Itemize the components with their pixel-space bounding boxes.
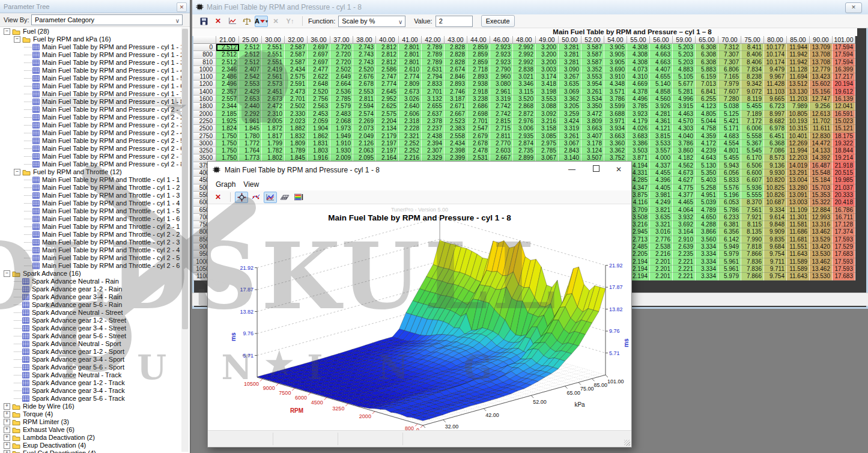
table-cell[interactable]: 5.455 — [718, 154, 741, 162]
tree-item[interactable]: Spark Advance gear 1-2 - Track — [0, 379, 183, 387]
column-header[interactable]: 38.00 — [353, 36, 376, 44]
tree-item[interactable]: Main Fuel Table by RPM and Pressure - cy… — [0, 51, 183, 59]
table-cell[interactable]: 1.949 — [330, 133, 353, 140]
execute-button[interactable]: Execute — [481, 15, 515, 27]
row-header[interactable]: 800 — [193, 51, 216, 58]
table-cell[interactable]: 2.496 — [216, 81, 239, 88]
table-cell[interactable]: 8.238 — [741, 73, 764, 81]
table-cell[interactable]: 3.815 — [650, 133, 673, 140]
function-select[interactable]: Scale by % ∨ — [338, 16, 405, 27]
table-cell[interactable]: 11.128 — [787, 66, 810, 73]
column-header[interactable]: 80.00 — [764, 36, 787, 44]
table-cell[interactable]: 2.536 — [330, 88, 353, 96]
table-cell[interactable]: 2.674 — [445, 66, 467, 73]
table-cell[interactable]: 2.221 — [673, 273, 696, 280]
table-cell[interactable]: 4.669 — [627, 81, 650, 88]
table-cell[interactable]: 2.952 — [376, 96, 399, 103]
table-cell[interactable]: 21.918 — [833, 162, 855, 169]
table-cell[interactable]: 16.139 — [833, 96, 855, 103]
table-cell[interactable]: 4.663 — [650, 59, 673, 66]
collapse-icon[interactable]: − — [14, 169, 20, 175]
table-cell[interactable]: 12.203 — [787, 154, 810, 162]
table-cell[interactable]: 1.764 — [239, 147, 262, 154]
table-cell[interactable]: 2.774 — [376, 81, 399, 88]
table-cell[interactable]: 2.049 — [353, 133, 376, 140]
table-cell[interactable]: 2.743 — [353, 59, 376, 66]
table-cell[interactable]: 9.072 — [741, 88, 764, 96]
table-cell[interactable]: 2.553 — [353, 88, 376, 96]
tree-item[interactable]: Main Fuel Table by RPM and Pressure - cy… — [0, 153, 183, 160]
table-cell[interactable]: 3.334 — [696, 251, 718, 258]
table-cell[interactable]: 2.228 — [399, 125, 422, 132]
expand-icon[interactable]: + — [4, 427, 10, 433]
table-cell[interactable]: 9.967 — [764, 73, 787, 81]
table-cell[interactable]: 9.684 — [764, 243, 787, 251]
table-cell[interactable]: 3.334 — [696, 258, 718, 266]
table-cell[interactable]: 11.103 — [764, 88, 787, 96]
column-header[interactable]: 85.00 — [787, 36, 810, 44]
table-cell[interactable]: 3.503 — [627, 147, 650, 154]
table-cell[interactable]: 2.664 — [330, 81, 353, 88]
table-cell[interactable]: 11.942 — [787, 51, 810, 58]
table-cell[interactable]: 17.374 — [833, 228, 855, 236]
table-cell[interactable]: 4.377 — [673, 192, 696, 199]
table-cell[interactable]: 5.979 — [718, 251, 741, 258]
table-cell[interactable]: 18.175 — [833, 133, 855, 140]
table-cell[interactable]: 3.635 — [559, 81, 581, 88]
table-cell[interactable]: 2.197 — [376, 147, 399, 154]
table-cell[interactable]: 2.742 — [490, 103, 513, 110]
table-cell[interactable]: 2.923 — [490, 44, 513, 51]
table-cell[interactable]: 2.344 — [216, 103, 239, 110]
tree-item[interactable]: Main Fuel Table by RPM and Pressure - cy… — [0, 121, 183, 129]
table-cell[interactable]: 3.915 — [673, 103, 696, 110]
table-cell[interactable]: 2.960 — [490, 73, 513, 81]
table-cell[interactable]: 4.359 — [696, 133, 718, 140]
table-cell[interactable]: 1.845 — [239, 125, 262, 132]
table-cell[interactable]: 10.315 — [787, 125, 810, 132]
table-cell[interactable]: 3.362 — [559, 96, 581, 103]
table-cell[interactable]: 20.333 — [833, 192, 855, 199]
table-cell[interactable]: 4.663 — [650, 51, 673, 58]
table-cell[interactable]: 5.558 — [741, 133, 764, 140]
table-cell[interactable]: 2.478 — [467, 147, 490, 154]
table-cell[interactable]: 3.553 — [581, 73, 604, 81]
table-cell[interactable]: 2.625 — [376, 103, 399, 110]
table-cell[interactable]: 9.342 — [741, 81, 764, 88]
table-cell[interactable]: 1.910 — [330, 140, 353, 147]
table-cell[interactable]: 3.281 — [559, 44, 581, 51]
table-cell[interactable]: 2.201 — [650, 266, 673, 273]
table-cell[interactable]: 6.607 — [741, 177, 764, 184]
table-cell[interactable]: 7.836 — [741, 266, 764, 273]
table-cell[interactable]: 7.979 — [718, 81, 741, 88]
table-cell[interactable]: 3.174 — [536, 73, 559, 81]
tree-item[interactable]: Main Fuel Table by RPM and Pressure - cy… — [0, 59, 183, 67]
table-cell[interactable]: 4.378 — [627, 88, 650, 96]
table-cell[interactable]: 4.883 — [673, 66, 696, 73]
tree-item[interactable]: +Ride by Wire (16) — [0, 403, 183, 410]
table-cell[interactable]: 7.990 — [741, 236, 764, 243]
table-cell[interactable]: 5.833 — [718, 177, 741, 184]
table-cell[interactable]: 2.976 — [513, 118, 536, 125]
table-cell[interactable]: 2.512 — [239, 59, 262, 66]
table-cell[interactable]: 2.557 — [216, 96, 239, 103]
table-cell[interactable]: 2.575 — [376, 111, 399, 118]
table-cell[interactable]: 1.872 — [262, 125, 285, 132]
table-cell[interactable]: 15.703 — [810, 184, 833, 192]
table-cell[interactable]: 2.697 — [308, 51, 330, 58]
table-cell[interactable]: 1.803 — [308, 147, 330, 154]
table-cell[interactable]: 2.197 — [376, 140, 399, 147]
table-cell[interactable]: 8.135 — [741, 228, 764, 236]
table-cell[interactable]: 7.921 — [741, 214, 764, 221]
table-cell[interactable]: 7.818 — [741, 243, 764, 251]
table-cell[interactable]: 13.512 — [787, 81, 810, 88]
table-cell[interactable]: 2.790 — [490, 66, 513, 73]
table-cell[interactable]: 6.308 — [696, 51, 718, 58]
table-cell[interactable]: 3.587 — [581, 51, 604, 58]
table-cell[interactable]: 3.560 — [696, 236, 718, 243]
table-cell[interactable]: 3.205 — [559, 103, 581, 110]
table-cell[interactable]: 4.172 — [696, 140, 718, 147]
table-cell[interactable]: 10.174 — [764, 51, 787, 58]
table-cell[interactable]: 3.016 — [650, 228, 673, 236]
row-header[interactable]: 2000 — [193, 111, 216, 118]
edit-compare-icon[interactable]: A▾ — [255, 16, 268, 27]
